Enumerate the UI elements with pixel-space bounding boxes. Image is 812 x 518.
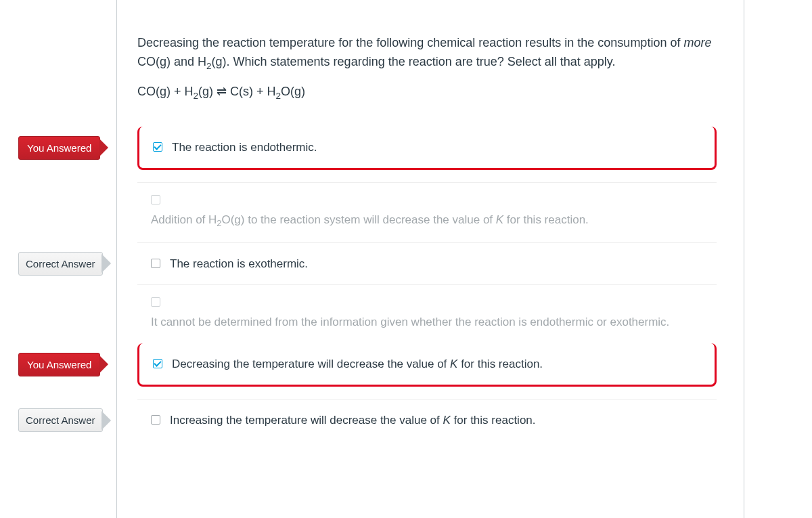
answer-option-3: Correct Answer The reaction is exothermi… [137, 242, 717, 285]
checkbox-icon [153, 142, 162, 152]
answer-content: Increasing the temperature will decrease… [137, 399, 717, 441]
badge-arrow-icon [102, 255, 111, 272]
answer-text: The reaction is exothermic. [170, 255, 703, 273]
prompt-text-3: (g). Which statements regarding the reac… [212, 55, 616, 68]
checkbox-icon [151, 415, 160, 425]
checkbox-icon [151, 195, 160, 204]
answer-option-2: Addition of H2O(g) to the reaction syste… [137, 182, 717, 242]
equilibrium-arrow-icon: ⇌ [217, 83, 227, 102]
reaction-equation: CO(g) + H2(g) ⇌ C(s) + H2O(g) [137, 83, 717, 104]
badge-arrow-icon [99, 139, 108, 156]
answer-content: Decreasing the temperature will decrease… [137, 343, 717, 387]
subscript: 2 [194, 91, 199, 101]
subscript: 2 [206, 60, 212, 70]
answer-option-5: You Answered Decreasing the temperature … [137, 343, 717, 387]
answer-option-1: You Answered The reaction is endothermic… [137, 127, 717, 171]
subscript: 2 [276, 91, 281, 101]
answer-text: Increasing the temperature will decrease… [170, 412, 703, 429]
answer-content: The reaction is exothermic. [137, 242, 717, 285]
prompt-text-1: Decreasing the reaction temperature for … [137, 36, 683, 49]
question-prompt: Decreasing the reaction temperature for … [117, 0, 744, 127]
badge-arrow-icon [102, 412, 111, 429]
answer-text: Decreasing the temperature will decrease… [172, 355, 701, 373]
answers-area: You Answered The reaction is endothermic… [117, 127, 744, 441]
checkbox-icon [151, 297, 160, 307]
correct-answer-badge: Correct Answer [18, 408, 103, 432]
answer-text: It cannot be determined from the informa… [151, 314, 703, 331]
you-answered-badge: You Answered [18, 136, 100, 160]
answer-content: Addition of H2O(g) to the reaction syste… [137, 182, 717, 242]
question-container: Decreasing the reaction temperature for … [116, 0, 744, 518]
checkbox-icon [151, 259, 160, 268]
checkbox-icon [153, 359, 162, 368]
answer-option-4: It cannot be determined from the informa… [137, 284, 717, 343]
answer-text: The reaction is endothermic. [172, 139, 701, 156]
answer-content: The reaction is endothermic. [137, 127, 717, 171]
answer-text: Addition of H2O(g) to the reaction syste… [151, 211, 703, 230]
answer-content: It cannot be determined from the informa… [137, 284, 717, 343]
answer-option-6: Correct Answer Increasing the temperatur… [137, 399, 717, 441]
prompt-emphasis: more [683, 36, 711, 49]
you-answered-badge: You Answered [18, 353, 100, 376]
correct-answer-badge: Correct Answer [18, 252, 103, 276]
prompt-text-2: CO(g) and H [137, 55, 206, 68]
badge-arrow-icon [99, 355, 108, 373]
